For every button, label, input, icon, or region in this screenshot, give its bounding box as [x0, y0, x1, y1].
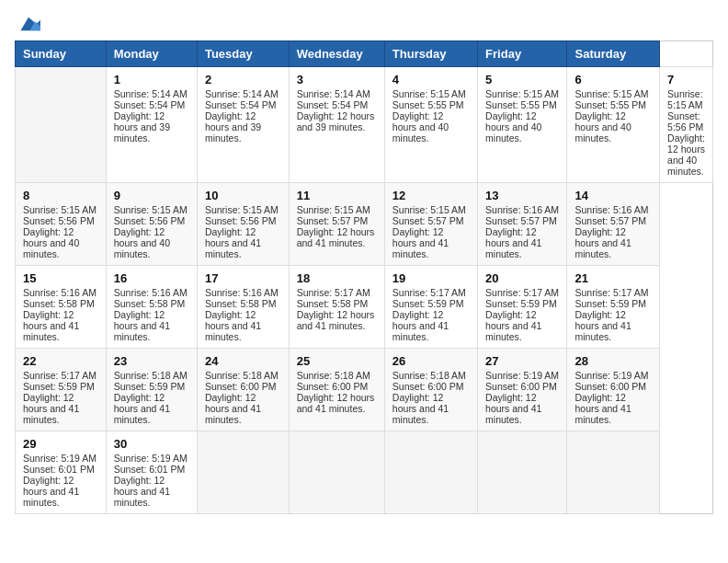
- empty-cell: [16, 67, 107, 183]
- sunset-label: Sunset: 5:54 PM: [297, 99, 369, 110]
- day-cell-11: 11Sunrise: 5:15 AMSunset: 5:57 PMDayligh…: [289, 183, 384, 266]
- day-cell-25: 25Sunrise: 5:18 AMSunset: 6:00 PMDayligh…: [289, 349, 384, 431]
- sunrise-label: Sunrise: 5:17 AM: [297, 287, 370, 298]
- day-number: 19: [392, 271, 470, 285]
- daylight-label: Daylight: 12 hours and 41 minutes.: [23, 475, 79, 508]
- day-number: 5: [485, 73, 559, 86]
- col-header-tuesday: Tuesday: [197, 41, 289, 67]
- day-cell-19: 19Sunrise: 5:17 AMSunset: 5:59 PMDayligh…: [384, 266, 477, 349]
- sunset-label: Sunset: 6:01 PM: [23, 464, 95, 475]
- sunset-label: Sunset: 5:57 PM: [485, 215, 557, 226]
- sunset-label: Sunset: 5:58 PM: [205, 298, 277, 309]
- daylight-label: Daylight: 12 hours and 41 minutes.: [205, 226, 261, 259]
- sunrise-label: Sunrise: 5:16 AM: [23, 287, 97, 298]
- day-cell-9: 9Sunrise: 5:15 AMSunset: 5:56 PMDaylight…: [106, 183, 197, 266]
- day-number: 10: [205, 189, 281, 202]
- day-cell-14: 14Sunrise: 5:16 AMSunset: 5:57 PMDayligh…: [567, 183, 660, 266]
- col-header-monday: Monday: [106, 41, 197, 67]
- day-cell-5: 5Sunrise: 5:15 AMSunset: 5:55 PMDaylight…: [478, 67, 567, 183]
- daylight-label: Daylight: 12 hours and 40 minutes.: [485, 110, 541, 144]
- sunset-label: Sunset: 5:56 PM: [23, 215, 95, 226]
- sunset-label: Sunset: 5:58 PM: [297, 298, 369, 309]
- sunrise-label: Sunrise: 5:14 AM: [114, 88, 188, 99]
- sunrise-label: Sunrise: 5:15 AM: [392, 204, 466, 215]
- col-header-thursday: Thursday: [384, 41, 477, 67]
- sunset-label: Sunset: 5:58 PM: [114, 298, 186, 309]
- day-cell-12: 12Sunrise: 5:15 AMSunset: 5:57 PMDayligh…: [384, 183, 477, 266]
- col-header-sunday: Sunday: [16, 41, 107, 67]
- day-number: 29: [23, 437, 98, 451]
- sunrise-label: Sunrise: 5:15 AM: [485, 88, 559, 99]
- sunrise-label: Sunrise: 5:15 AM: [667, 88, 703, 110]
- daylight-label: Daylight: 12 hours and 41 minutes.: [485, 392, 541, 425]
- sunset-label: Sunset: 5:55 PM: [574, 99, 646, 110]
- day-number: 27: [485, 354, 559, 368]
- calendar-header-row: SundayMondayTuesdayWednesdayThursdayFrid…: [16, 41, 713, 67]
- empty-cell: [478, 431, 567, 514]
- sunset-label: Sunset: 6:00 PM: [205, 381, 277, 392]
- daylight-label: Daylight: 12 hours and 41 minutes.: [392, 309, 449, 342]
- sunrise-label: Sunrise: 5:18 AM: [114, 370, 188, 381]
- daylight-label: Daylight: 12 hours and 40 minutes.: [114, 226, 170, 259]
- day-cell-27: 27Sunrise: 5:19 AMSunset: 6:00 PMDayligh…: [478, 349, 567, 431]
- day-number: 28: [574, 354, 652, 368]
- empty-cell: [289, 431, 384, 514]
- day-cell-7: 7Sunrise: 5:15 AMSunset: 5:56 PMDaylight…: [660, 67, 713, 183]
- sunset-label: Sunset: 6:00 PM: [485, 381, 557, 392]
- day-number: 14: [574, 189, 652, 202]
- day-number: 13: [485, 189, 559, 202]
- sunrise-label: Sunrise: 5:15 AM: [205, 204, 279, 215]
- sunset-label: Sunset: 5:54 PM: [114, 99, 186, 110]
- day-number: 7: [667, 73, 705, 86]
- sunrise-label: Sunrise: 5:18 AM: [205, 370, 279, 381]
- day-number: 9: [114, 189, 189, 202]
- sunrise-label: Sunrise: 5:18 AM: [297, 370, 370, 381]
- day-number: 22: [23, 354, 98, 368]
- daylight-label: Daylight: 12 hours and 41 minutes.: [574, 309, 631, 342]
- sunset-label: Sunset: 5:55 PM: [392, 99, 464, 110]
- week-row-3: 15Sunrise: 5:16 AMSunset: 5:58 PMDayligh…: [16, 266, 713, 349]
- day-number: 26: [392, 354, 470, 368]
- day-number: 11: [297, 189, 377, 202]
- sunrise-label: Sunrise: 5:17 AM: [23, 370, 97, 381]
- day-number: 25: [297, 354, 377, 368]
- sunset-label: Sunset: 6:00 PM: [574, 381, 646, 392]
- day-cell-4: 4Sunrise: 5:15 AMSunset: 5:55 PMDaylight…: [384, 67, 477, 183]
- sunrise-label: Sunrise: 5:19 AM: [485, 370, 559, 381]
- empty-cell: [197, 431, 289, 514]
- day-cell-26: 26Sunrise: 5:18 AMSunset: 6:00 PMDayligh…: [384, 349, 477, 431]
- col-header-wednesday: Wednesday: [289, 41, 384, 67]
- sunrise-label: Sunrise: 5:14 AM: [205, 88, 279, 99]
- day-number: 16: [114, 271, 189, 285]
- daylight-label: Daylight: 12 hours and 40 minutes.: [23, 226, 79, 259]
- sunrise-label: Sunrise: 5:19 AM: [574, 370, 648, 381]
- daylight-label: Daylight: 12 hours and 41 minutes.: [297, 392, 375, 414]
- sunset-label: Sunset: 5:57 PM: [392, 215, 464, 226]
- sunrise-label: Sunrise: 5:18 AM: [392, 370, 466, 381]
- sunset-label: Sunset: 5:58 PM: [23, 298, 95, 309]
- sunset-label: Sunset: 5:54 PM: [205, 99, 277, 110]
- day-number: 30: [114, 437, 189, 451]
- daylight-label: Daylight: 12 hours and 41 minutes.: [485, 226, 541, 259]
- sunrise-label: Sunrise: 5:19 AM: [114, 453, 188, 464]
- day-cell-1: 1Sunrise: 5:14 AMSunset: 5:54 PMDaylight…: [106, 67, 197, 183]
- sunset-label: Sunset: 5:56 PM: [114, 215, 186, 226]
- week-row-1: 1Sunrise: 5:14 AMSunset: 5:54 PMDaylight…: [16, 67, 713, 183]
- sunrise-label: Sunrise: 5:16 AM: [114, 287, 188, 298]
- day-cell-21: 21Sunrise: 5:17 AMSunset: 5:59 PMDayligh…: [567, 266, 660, 349]
- sunrise-label: Sunrise: 5:15 AM: [297, 204, 370, 215]
- day-number: 20: [485, 271, 559, 285]
- day-cell-24: 24Sunrise: 5:18 AMSunset: 6:00 PMDayligh…: [197, 349, 289, 431]
- empty-cell: [567, 431, 660, 514]
- daylight-label: Daylight: 12 hours and 41 minutes.: [392, 226, 449, 259]
- daylight-label: Daylight: 12 hours and 40 minutes.: [392, 110, 449, 144]
- sunrise-label: Sunrise: 5:16 AM: [485, 204, 559, 215]
- daylight-label: Daylight: 12 hours and 41 minutes.: [485, 309, 541, 342]
- sunrise-label: Sunrise: 5:16 AM: [574, 204, 648, 215]
- day-cell-10: 10Sunrise: 5:15 AMSunset: 5:56 PMDayligh…: [197, 183, 289, 266]
- sunrise-label: Sunrise: 5:15 AM: [392, 88, 466, 99]
- sunrise-label: Sunrise: 5:17 AM: [485, 287, 559, 298]
- sunset-label: Sunset: 5:55 PM: [485, 99, 557, 110]
- sunset-label: Sunset: 5:59 PM: [485, 298, 557, 309]
- day-number: 24: [205, 354, 281, 368]
